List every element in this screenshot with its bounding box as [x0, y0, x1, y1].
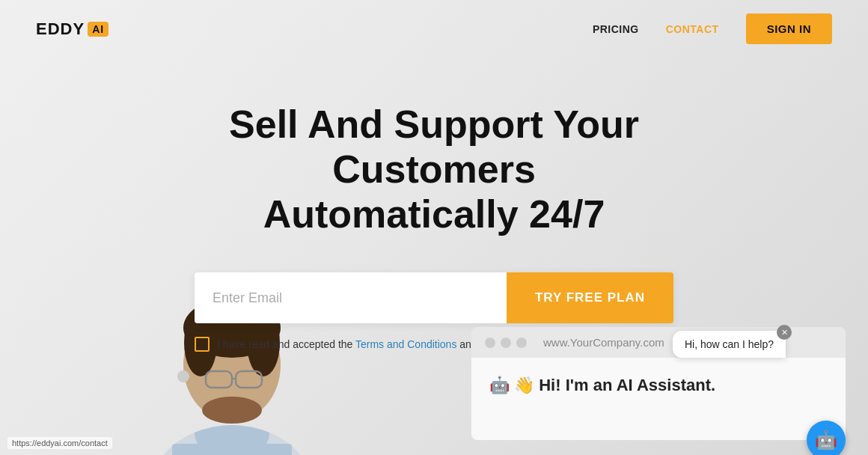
chat-launcher-button[interactable]: 🤖	[807, 421, 846, 455]
svg-rect-10	[172, 444, 292, 455]
main-nav: PRICING CONTACT SIGN IN	[593, 13, 832, 44]
hero-headline: Sell And Support Your Customers Automati…	[135, 103, 733, 236]
signin-button[interactable]: SIGN IN	[746, 13, 832, 44]
chat-close-button[interactable]: ✕	[777, 325, 792, 340]
logo-ai-box: AI	[88, 22, 109, 37]
terms-checkbox[interactable]	[195, 337, 210, 352]
nav-pricing[interactable]: PRICING	[593, 23, 639, 35]
svg-point-8	[202, 397, 262, 424]
header: EDDY AI PRICING CONTACT SIGN IN	[0, 0, 868, 58]
chat-bubble: Hi, how can I help?	[673, 331, 786, 358]
terms-link[interactable]: Terms and Conditions	[355, 338, 456, 350]
dot-3	[516, 338, 527, 348]
dot-2	[501, 338, 511, 348]
footer-link: https://eddyai.com/contact	[7, 437, 112, 449]
logo: EDDY AI	[36, 19, 109, 39]
dot-1	[485, 338, 495, 348]
logo-eddy-text: EDDY	[36, 19, 85, 39]
chat-widget-area: www.YourCompany.com 🤖 👋 Hi! I'm an AI As…	[471, 327, 846, 440]
cta-row: TRY FREE PLAN	[195, 272, 673, 323]
browser-dots	[485, 338, 527, 348]
chat-bubble-text: Hi, how can I help?	[685, 338, 774, 350]
headline-line1: Sell And Support Your Customers	[229, 103, 639, 191]
try-free-plan-button[interactable]: TRY FREE PLAN	[507, 272, 673, 323]
chat-panel: 🤖 👋 Hi! I'm an AI Assistant. Hi, how can…	[471, 358, 846, 440]
main-content: Sell And Support Your Customers Automati…	[0, 58, 868, 352]
browser-url: www.YourCompany.com	[543, 336, 664, 349]
terms-before: I have read and accepted the	[217, 338, 355, 350]
email-input[interactable]	[195, 272, 507, 323]
ai-greeting: 🤖 👋 Hi! I'm an AI Assistant.	[489, 376, 828, 395]
headline-line2: Automatically 24/7	[263, 192, 605, 236]
nav-contact[interactable]: CONTACT	[666, 23, 719, 35]
svg-point-9	[177, 370, 189, 382]
